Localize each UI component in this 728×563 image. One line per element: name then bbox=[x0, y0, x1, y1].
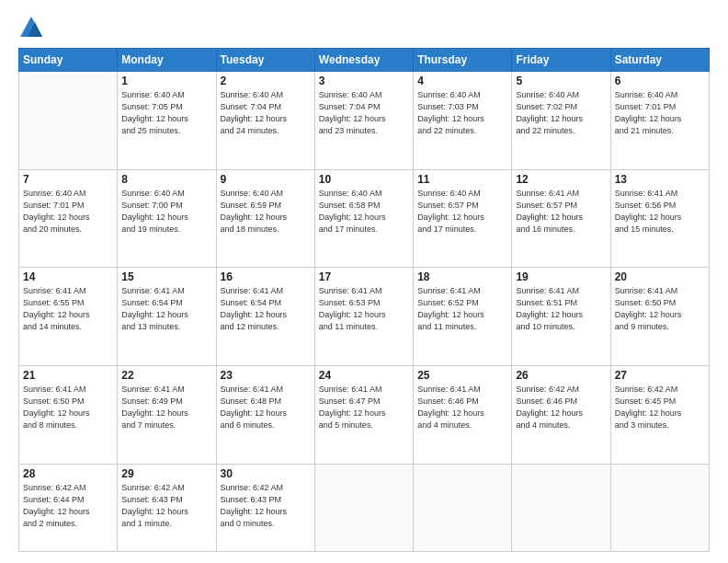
day-info: Sunrise: 6:40 AM Sunset: 7:02 PM Dayligh… bbox=[516, 89, 606, 137]
day-info: Sunrise: 6:41 AM Sunset: 6:54 PM Dayligh… bbox=[121, 285, 211, 333]
calendar-cell: 24Sunrise: 6:41 AM Sunset: 6:47 PM Dayli… bbox=[314, 365, 413, 464]
day-info: Sunrise: 6:42 AM Sunset: 6:45 PM Dayligh… bbox=[615, 384, 705, 431]
day-number: 16 bbox=[221, 270, 311, 283]
day-number: 8 bbox=[121, 173, 211, 186]
day-info: Sunrise: 6:41 AM Sunset: 6:50 PM Dayligh… bbox=[23, 384, 113, 431]
calendar-cell: 12Sunrise: 6:41 AM Sunset: 6:57 PM Dayli… bbox=[512, 169, 610, 268]
day-info: Sunrise: 6:41 AM Sunset: 6:56 PM Dayligh… bbox=[615, 188, 705, 236]
day-info: Sunrise: 6:41 AM Sunset: 6:53 PM Dayligh… bbox=[319, 285, 409, 333]
calendar-cell: 13Sunrise: 6:41 AM Sunset: 6:56 PM Dayli… bbox=[610, 169, 709, 268]
calendar-cell: 15Sunrise: 6:41 AM Sunset: 6:54 PM Dayli… bbox=[118, 268, 216, 366]
day-number: 12 bbox=[516, 173, 606, 186]
calendar-cell: 11Sunrise: 6:40 AM Sunset: 6:57 PM Dayli… bbox=[414, 169, 512, 268]
weekday-header-friday: Friday bbox=[512, 49, 610, 72]
day-info: Sunrise: 6:40 AM Sunset: 7:00 PM Dayligh… bbox=[121, 188, 211, 236]
day-number: 3 bbox=[319, 75, 409, 87]
calendar-cell: 29Sunrise: 6:42 AM Sunset: 6:43 PM Dayli… bbox=[118, 464, 216, 552]
day-number: 13 bbox=[615, 173, 705, 186]
calendar-cell: 17Sunrise: 6:41 AM Sunset: 6:53 PM Dayli… bbox=[314, 268, 413, 366]
day-number: 2 bbox=[221, 75, 311, 87]
weekday-header-thursday: Thursday bbox=[414, 49, 512, 72]
header bbox=[18, 15, 710, 40]
calendar-cell: 4Sunrise: 6:40 AM Sunset: 7:03 PM Daylig… bbox=[414, 72, 512, 170]
calendar-cell: 10Sunrise: 6:40 AM Sunset: 6:58 PM Dayli… bbox=[314, 169, 413, 268]
day-info: Sunrise: 6:40 AM Sunset: 7:01 PM Dayligh… bbox=[615, 89, 705, 137]
day-info: Sunrise: 6:41 AM Sunset: 6:48 PM Dayligh… bbox=[221, 384, 311, 431]
day-number: 25 bbox=[417, 369, 507, 382]
day-number: 23 bbox=[221, 369, 311, 382]
calendar-cell: 1Sunrise: 6:40 AM Sunset: 7:05 PM Daylig… bbox=[118, 72, 216, 170]
calendar-cell: 23Sunrise: 6:41 AM Sunset: 6:48 PM Dayli… bbox=[216, 365, 314, 464]
day-info: Sunrise: 6:41 AM Sunset: 6:51 PM Dayligh… bbox=[516, 285, 606, 333]
day-info: Sunrise: 6:41 AM Sunset: 6:50 PM Dayligh… bbox=[615, 285, 705, 333]
calendar-cell: 18Sunrise: 6:41 AM Sunset: 6:52 PM Dayli… bbox=[414, 268, 512, 366]
calendar-cell: 21Sunrise: 6:41 AM Sunset: 6:50 PM Dayli… bbox=[19, 365, 118, 464]
day-number: 19 bbox=[516, 270, 606, 283]
calendar-cell bbox=[512, 464, 610, 552]
day-number: 14 bbox=[23, 270, 113, 283]
calendar-cell: 20Sunrise: 6:41 AM Sunset: 6:50 PM Dayli… bbox=[610, 268, 709, 366]
day-number: 28 bbox=[23, 467, 113, 480]
day-number: 27 bbox=[615, 369, 705, 382]
calendar-cell: 25Sunrise: 6:41 AM Sunset: 6:46 PM Dayli… bbox=[414, 365, 512, 464]
calendar-cell bbox=[314, 464, 413, 552]
day-info: Sunrise: 6:41 AM Sunset: 6:54 PM Dayligh… bbox=[221, 285, 311, 333]
calendar-cell: 3Sunrise: 6:40 AM Sunset: 7:04 PM Daylig… bbox=[314, 72, 413, 170]
day-number: 1 bbox=[121, 75, 211, 87]
day-info: Sunrise: 6:41 AM Sunset: 6:47 PM Dayligh… bbox=[319, 384, 409, 431]
day-info: Sunrise: 6:40 AM Sunset: 6:59 PM Dayligh… bbox=[221, 188, 311, 236]
day-number: 15 bbox=[121, 270, 211, 283]
day-info: Sunrise: 6:42 AM Sunset: 6:44 PM Dayligh… bbox=[23, 482, 113, 530]
day-number: 21 bbox=[23, 369, 113, 382]
day-number: 22 bbox=[121, 369, 211, 382]
page: SundayMondayTuesdayWednesdayThursdayFrid… bbox=[0, 0, 728, 563]
calendar-cell: 22Sunrise: 6:41 AM Sunset: 6:49 PM Dayli… bbox=[118, 365, 216, 464]
weekday-header-monday: Monday bbox=[118, 49, 216, 72]
day-number: 7 bbox=[23, 173, 113, 186]
logo bbox=[18, 15, 48, 40]
day-number: 5 bbox=[516, 75, 606, 87]
calendar-table: SundayMondayTuesdayWednesdayThursdayFrid… bbox=[18, 48, 710, 552]
calendar-cell: 2Sunrise: 6:40 AM Sunset: 7:04 PM Daylig… bbox=[216, 72, 314, 170]
calendar-cell: 8Sunrise: 6:40 AM Sunset: 7:00 PM Daylig… bbox=[118, 169, 216, 268]
day-number: 10 bbox=[319, 173, 409, 186]
day-number: 29 bbox=[121, 467, 211, 480]
day-info: Sunrise: 6:40 AM Sunset: 7:04 PM Dayligh… bbox=[319, 89, 409, 137]
day-number: 11 bbox=[417, 173, 507, 186]
day-info: Sunrise: 6:42 AM Sunset: 6:46 PM Dayligh… bbox=[516, 384, 606, 431]
calendar-cell: 7Sunrise: 6:40 AM Sunset: 7:01 PM Daylig… bbox=[19, 169, 118, 268]
calendar-cell: 28Sunrise: 6:42 AM Sunset: 6:44 PM Dayli… bbox=[19, 464, 118, 552]
day-info: Sunrise: 6:40 AM Sunset: 7:01 PM Dayligh… bbox=[23, 188, 113, 236]
day-info: Sunrise: 6:40 AM Sunset: 7:03 PM Dayligh… bbox=[417, 89, 507, 137]
day-number: 18 bbox=[417, 270, 507, 283]
day-number: 17 bbox=[319, 270, 409, 283]
logo-icon bbox=[18, 15, 44, 40]
calendar-cell bbox=[19, 72, 118, 170]
calendar-header-row: SundayMondayTuesdayWednesdayThursdayFrid… bbox=[19, 49, 710, 72]
calendar-week-row: 1Sunrise: 6:40 AM Sunset: 7:05 PM Daylig… bbox=[19, 72, 710, 170]
calendar-cell: 5Sunrise: 6:40 AM Sunset: 7:02 PM Daylig… bbox=[512, 72, 610, 170]
day-info: Sunrise: 6:42 AM Sunset: 6:43 PM Dayligh… bbox=[221, 482, 311, 530]
day-number: 26 bbox=[516, 369, 606, 382]
day-info: Sunrise: 6:40 AM Sunset: 6:57 PM Dayligh… bbox=[417, 188, 507, 236]
day-number: 6 bbox=[615, 75, 705, 87]
weekday-header-sunday: Sunday bbox=[19, 49, 118, 72]
day-number: 20 bbox=[615, 270, 705, 283]
weekday-header-wednesday: Wednesday bbox=[314, 49, 413, 72]
day-info: Sunrise: 6:41 AM Sunset: 6:52 PM Dayligh… bbox=[417, 285, 507, 333]
day-number: 4 bbox=[417, 75, 507, 87]
day-info: Sunrise: 6:41 AM Sunset: 6:57 PM Dayligh… bbox=[516, 188, 606, 236]
calendar-cell: 26Sunrise: 6:42 AM Sunset: 6:46 PM Dayli… bbox=[512, 365, 610, 464]
calendar-cell: 30Sunrise: 6:42 AM Sunset: 6:43 PM Dayli… bbox=[216, 464, 314, 552]
calendar-cell: 16Sunrise: 6:41 AM Sunset: 6:54 PM Dayli… bbox=[216, 268, 314, 366]
calendar-cell: 14Sunrise: 6:41 AM Sunset: 6:55 PM Dayli… bbox=[19, 268, 118, 366]
day-info: Sunrise: 6:40 AM Sunset: 7:04 PM Dayligh… bbox=[221, 89, 311, 137]
calendar-week-row: 14Sunrise: 6:41 AM Sunset: 6:55 PM Dayli… bbox=[19, 268, 710, 366]
calendar-cell bbox=[414, 464, 512, 552]
day-number: 24 bbox=[319, 369, 409, 382]
calendar-cell: 6Sunrise: 6:40 AM Sunset: 7:01 PM Daylig… bbox=[610, 72, 709, 170]
calendar-cell bbox=[610, 464, 709, 552]
calendar-week-row: 7Sunrise: 6:40 AM Sunset: 7:01 PM Daylig… bbox=[19, 169, 710, 268]
calendar-week-row: 28Sunrise: 6:42 AM Sunset: 6:44 PM Dayli… bbox=[19, 464, 710, 552]
calendar-week-row: 21Sunrise: 6:41 AM Sunset: 6:50 PM Dayli… bbox=[19, 365, 710, 464]
